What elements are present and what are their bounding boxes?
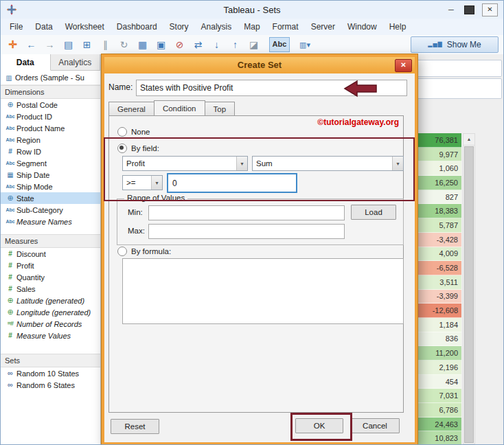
value-cell: 16,250 xyxy=(417,176,461,190)
dimension-item[interactable]: ▦ Ship Date xyxy=(1,169,100,181)
save-icon[interactable]: ▤ xyxy=(61,38,76,52)
dimension-item[interactable]: Abc Product ID xyxy=(1,111,100,122)
menu-item[interactable]: File xyxy=(3,20,29,34)
measure-item[interactable]: # Profit xyxy=(1,260,100,271)
new-worksheet-icon[interactable]: ▦ xyxy=(135,38,150,52)
value-cell: 3,511 xyxy=(417,275,461,290)
field-dropdown[interactable]: Profit ▾ xyxy=(122,156,248,171)
menu-item[interactable]: Map xyxy=(238,20,266,34)
formula-input[interactable] xyxy=(122,258,404,324)
set-item[interactable]: ∞ Random 10 States xyxy=(1,367,100,379)
measure-item[interactable]: # Sales xyxy=(1,283,100,295)
measure-item[interactable]: # Discount xyxy=(1,248,100,260)
tab-general[interactable]: General xyxy=(108,102,154,115)
back-icon[interactable]: ← xyxy=(24,38,38,52)
operator-dropdown[interactable]: >= ▾ xyxy=(122,175,163,190)
measure-item[interactable]: =# Number of Records xyxy=(1,318,100,330)
dialog-titlebar[interactable]: Create Set ✕ xyxy=(104,57,415,73)
swap-icon[interactable]: ⇄ xyxy=(191,38,205,52)
fields-dropdown-icon[interactable]: ▥▾ xyxy=(294,38,316,52)
forward-icon[interactable]: → xyxy=(43,38,57,52)
set-name-input[interactable]: States with Positive Profit xyxy=(136,80,407,96)
menu-item[interactable]: Help xyxy=(383,20,413,34)
dimension-item[interactable]: ⊕ Postal Code xyxy=(1,99,100,111)
dimension-item[interactable]: # Row ID xyxy=(1,146,100,157)
dimension-item[interactable]: Abc Product Name xyxy=(1,122,100,134)
run-updates-icon[interactable]: ↻ xyxy=(117,38,131,52)
aggregation-dropdown[interactable]: Sum ▾ xyxy=(252,156,404,171)
by-formula-radio[interactable] xyxy=(117,247,127,256)
field-label: Region xyxy=(16,136,41,144)
dimension-item[interactable]: Abc Measure Names xyxy=(1,216,100,227)
toolbar: ✛←→▤⊞∥↻▦▣⊘⇄↓↑◪ Abc ▥▾ ▂▅▇ Show Me xyxy=(1,35,503,55)
minimize-button[interactable]: ─ xyxy=(446,5,457,14)
condition-value-input[interactable]: 0 xyxy=(167,173,297,193)
dimensions-list: ⊕ Postal Code Abc Product ID Abc Product… xyxy=(1,99,100,227)
menu-item[interactable]: Worksheet xyxy=(59,20,111,34)
reset-button[interactable]: Reset xyxy=(111,419,159,434)
tab-data[interactable]: Data xyxy=(1,54,51,71)
field-label: Sales xyxy=(16,285,36,293)
menu-item[interactable]: Dashboard xyxy=(111,20,163,34)
abc-icon: Abc xyxy=(4,111,16,122)
dimension-item[interactable]: Abc Segment xyxy=(1,157,100,169)
globe-icon: ⊕ xyxy=(4,192,16,204)
measure-item[interactable]: ⊕ Longitude (generated) xyxy=(1,306,100,318)
measure-item[interactable]: # Quantity xyxy=(1,271,100,283)
close-button[interactable]: ✕ xyxy=(482,3,498,16)
field-label: Row ID xyxy=(16,148,41,156)
value-cell: 10,823 xyxy=(417,431,461,445)
dimension-item[interactable]: Abc Sub-Category xyxy=(1,204,100,216)
menu-item[interactable]: Format xyxy=(266,20,305,34)
by-field-radio[interactable] xyxy=(117,144,127,153)
dimension-item[interactable]: Abc Ship Mode xyxy=(1,181,100,192)
value-cell: 7,031 xyxy=(417,389,461,403)
max-input[interactable] xyxy=(148,224,345,239)
menu-item[interactable]: Window xyxy=(341,20,383,34)
dimension-item[interactable]: ⊕ State xyxy=(1,192,100,204)
value-cell: 76,381 xyxy=(417,133,461,148)
dialog-close-button[interactable]: ✕ xyxy=(395,59,412,72)
load-button[interactable]: Load xyxy=(351,205,396,220)
set-item[interactable]: ∞ Random 6 States xyxy=(1,379,100,391)
duplicate-icon[interactable]: ▣ xyxy=(154,38,168,52)
min-input[interactable] xyxy=(148,205,345,220)
scrollbar-thumb[interactable] xyxy=(464,146,474,443)
measure-item[interactable]: # Measure Values xyxy=(1,330,100,341)
menu-item[interactable]: Data xyxy=(29,20,58,34)
globe-icon: ⊕ xyxy=(4,295,16,306)
scroll-up-button[interactable]: ▲ xyxy=(463,134,474,146)
abc-label-button[interactable]: Abc xyxy=(269,37,290,52)
value-cell: 1,060 xyxy=(417,161,461,176)
abc-icon: Abc xyxy=(4,181,16,192)
vertical-scrollbar[interactable]: ▲ xyxy=(463,133,475,444)
menu-item[interactable]: Analysis xyxy=(195,20,238,34)
tab-top[interactable]: Top xyxy=(205,102,236,115)
measures-list: # Discount # Profit # Quantity # Sales ⊕… xyxy=(1,248,100,341)
operator-dropdown-value: >= xyxy=(123,176,151,190)
window-title: Tableau - Sets xyxy=(1,5,503,15)
ok-button[interactable]: OK xyxy=(295,418,343,433)
add-datasource-icon[interactable]: ⊞ xyxy=(80,38,94,52)
show-me-button[interactable]: ▂▅▇ Show Me xyxy=(411,36,499,53)
highlight-icon[interactable]: ◪ xyxy=(247,38,261,52)
dimension-item[interactable]: Abc Region xyxy=(1,134,100,146)
tableau-logo-icon[interactable]: ✛ xyxy=(5,38,20,52)
tab-condition[interactable]: Condition xyxy=(154,100,205,115)
cancel-button[interactable]: Cancel xyxy=(350,418,400,433)
tab-analytics[interactable]: Analytics xyxy=(51,54,101,70)
menu-item[interactable]: Server xyxy=(305,20,341,34)
measure-item[interactable]: ⊕ Latitude (generated) xyxy=(1,295,100,306)
none-radio[interactable] xyxy=(117,127,127,137)
chevron-down-icon: ▾ xyxy=(392,157,403,170)
datasource-item[interactable]: ▥ Orders (Sample - Su xyxy=(1,71,100,85)
hash-icon: # xyxy=(4,283,16,295)
sort-descending-icon[interactable]: ↑ xyxy=(228,38,242,52)
pause-updates-icon[interactable]: ∥ xyxy=(98,38,113,52)
clear-sheet-icon[interactable]: ⊘ xyxy=(172,38,187,52)
chevron-down-icon: ▾ xyxy=(236,157,247,170)
field-label: Ship Mode xyxy=(16,183,53,191)
menu-item[interactable]: Story xyxy=(163,20,195,34)
sort-ascending-icon[interactable]: ↓ xyxy=(209,38,224,52)
maximize-button[interactable] xyxy=(464,5,474,14)
